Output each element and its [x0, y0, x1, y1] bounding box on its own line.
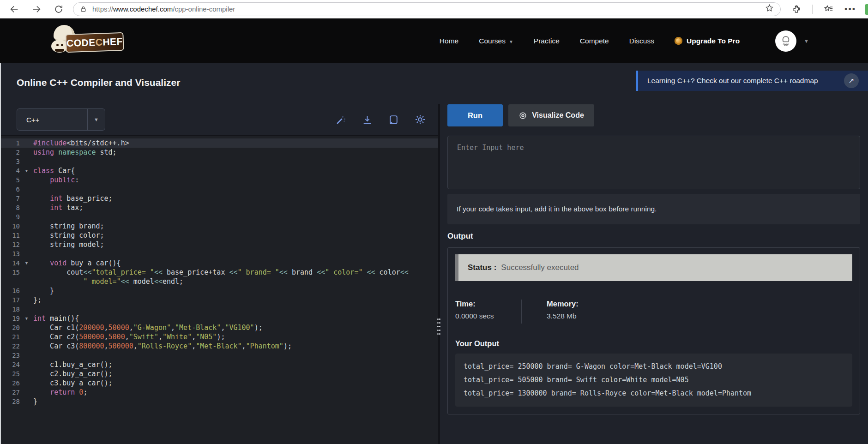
code-line[interactable]: 12 string model; [0, 240, 438, 249]
time-block: Time: 0.0000 secs [455, 300, 521, 320]
status-label: Status : [468, 263, 496, 272]
url-text[interactable]: https://www.codechef.com/cpp-online-comp… [92, 5, 235, 13]
main-area: C++ ▼ 1#include<bits/stdc++. [0, 104, 868, 444]
favorites-icon[interactable] [824, 4, 833, 14]
fold-gutter [20, 277, 33, 286]
resize-drag-handle[interactable] [436, 317, 442, 338]
editor-panel: C++ ▼ 1#include<bits/stdc++. [0, 104, 438, 444]
code-text: int tax; [33, 203, 438, 212]
pro-medal-icon [675, 37, 682, 45]
fold-caret-icon[interactable]: ▼ [20, 314, 33, 323]
browser-back-icon[interactable] [9, 4, 19, 14]
browser-forward-icon[interactable] [31, 4, 42, 14]
code-line[interactable]: 14▼ void buy_a_car(){ [0, 258, 438, 268]
line-number: 15 [0, 268, 20, 277]
code-line[interactable]: " model="<< model<<endl; [0, 277, 438, 286]
banner-arrow-button[interactable]: ↗ [844, 73, 859, 88]
code-line[interactable]: 3 [0, 157, 438, 166]
code-text: } [33, 286, 438, 295]
code-text: c3.buy_a_car(); [33, 378, 438, 388]
settings-gear-icon[interactable] [414, 114, 426, 126]
code-line[interactable]: 10 string brand; [0, 222, 438, 231]
lock-icon[interactable] [80, 6, 87, 12]
code-line[interactable]: 17}; [0, 295, 438, 305]
code-line[interactable]: 25 c2.buy_a_car(); [0, 369, 438, 378]
run-panel: Run Visualize Code If your code takes in… [440, 104, 868, 444]
code-line[interactable]: 26 c3.buy_a_car(); [0, 378, 438, 388]
avatar-dropdown-icon[interactable]: ▼ [804, 38, 809, 44]
line-number: 27 [0, 388, 20, 397]
eye-icon [518, 111, 527, 120]
visualize-code-button[interactable]: Visualize Code [508, 104, 594, 126]
program-output-box: total_price= 250000 brand= G-Wagon color… [455, 354, 852, 407]
code-line[interactable]: 22 Car c3(800000,500000,"Rolls-Royce","M… [0, 342, 438, 351]
extensions-icon[interactable] [792, 5, 801, 14]
code-line[interactable]: 27 return 0; [0, 388, 438, 397]
nav-courses[interactable]: Courses▼ [479, 37, 513, 45]
code-line[interactable]: 11 string color; [0, 231, 438, 240]
line-number [0, 277, 20, 286]
browser-menu-icon[interactable]: ••• [844, 7, 856, 12]
line-number: 22 [0, 342, 20, 351]
code-line[interactable]: 28} [0, 397, 438, 406]
reset-code-icon[interactable] [388, 114, 399, 126]
code-text: c2.buy_a_car(); [33, 369, 438, 378]
code-line[interactable]: 8 int tax; [0, 203, 438, 212]
browser-reload-icon[interactable] [54, 4, 64, 14]
user-avatar[interactable] [775, 30, 796, 52]
code-line[interactable]: 21 Car c2(500000,5000,"Swift","White","N… [0, 332, 438, 342]
code-line[interactable]: 18 [0, 305, 438, 314]
code-line[interactable]: 6 [0, 185, 438, 194]
nav-discuss[interactable]: Discuss [629, 37, 654, 45]
code-line[interactable]: 2using namespace std; [0, 148, 438, 157]
cpp-roadmap-banner[interactable]: Learning C++? Check out our complete C++… [636, 71, 868, 91]
bookmark-star-icon[interactable] [765, 4, 774, 12]
address-bar[interactable]: https://www.codechef.com/cpp-online-comp… [73, 2, 781, 16]
run-button[interactable]: Run [447, 104, 503, 126]
code-line[interactable]: 24 c1.buy_a_car(); [0, 360, 438, 369]
code-line[interactable]: 4▼class Car{ [0, 166, 438, 175]
code-line[interactable]: 13 [0, 249, 438, 258]
code-line[interactable]: 19▼int main(){ [0, 314, 438, 323]
logo-wordmark: CODECHEF [65, 32, 124, 52]
code-text: Car c3(800000,500000,"Rolls-Royce","Met-… [33, 342, 438, 351]
format-wand-icon[interactable] [335, 114, 347, 126]
code-line[interactable]: 20 Car c1(200000,50000,"G-Wagon","Met-Bl… [0, 323, 438, 332]
code-editor[interactable]: 1#include<bits/stdc++.h>2using namespace… [0, 136, 438, 444]
time-value: 0.0000 secs [455, 312, 521, 320]
line-number: 10 [0, 222, 20, 231]
output-line: total_price= 505000 brand= Swift color=W… [464, 373, 844, 387]
code-line[interactable]: 15 cout<<"total_price= "<< base_price+ta… [0, 268, 438, 277]
nav-practice[interactable]: Practice [534, 37, 560, 45]
fold-gutter [20, 268, 33, 277]
code-line[interactable]: 1#include<bits/stdc++.h> [0, 138, 438, 148]
line-number: 1 [0, 138, 20, 148]
fold-caret-icon[interactable]: ▼ [20, 166, 33, 175]
language-select[interactable]: C++ ▼ [17, 108, 105, 131]
panel-divider [438, 104, 440, 444]
program-input-textarea[interactable] [447, 136, 860, 189]
toolbar-separator [812, 5, 813, 14]
line-number: 12 [0, 240, 20, 249]
nav-home[interactable]: Home [440, 37, 458, 45]
codechef-logo[interactable]: CODECHEF [49, 26, 124, 56]
code-line[interactable]: 7 int base_price; [0, 194, 438, 203]
nav-compete[interactable]: Compete [580, 37, 609, 45]
fold-gutter [20, 231, 33, 240]
fold-gutter [20, 360, 33, 369]
upgrade-to-pro-button[interactable]: Upgrade To Pro [675, 37, 740, 45]
code-text [33, 351, 438, 360]
code-text: }; [33, 295, 438, 305]
fold-caret-icon[interactable]: ▼ [20, 258, 33, 268]
code-line[interactable]: 23 [0, 351, 438, 360]
line-number: 3 [0, 157, 20, 166]
language-caret-icon[interactable]: ▼ [87, 109, 105, 130]
download-icon[interactable] [362, 114, 373, 126]
profile-sliver[interactable] [865, 4, 868, 15]
output-line: total_price= 250000 brand= G-Wagon color… [464, 360, 844, 373]
code-line[interactable]: 9 [0, 212, 438, 222]
time-label: Time: [455, 300, 521, 308]
code-line[interactable]: 16 } [0, 286, 438, 295]
code-line[interactable]: 5 public: [0, 175, 438, 185]
fold-gutter [20, 295, 33, 305]
